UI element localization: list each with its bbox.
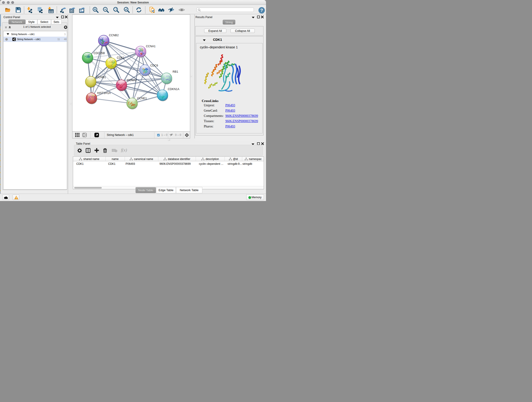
svg-text:CDKN1A: CDKN1A xyxy=(168,88,179,91)
svg-text:RB1: RB1 xyxy=(172,70,178,73)
svg-text:CDC25B: CDC25B xyxy=(94,51,105,55)
svg-text:CCNB2: CCNB2 xyxy=(109,34,119,37)
svg-text:CCNB1: CCNB1 xyxy=(96,76,106,79)
svg-text:HIST1H1A: HIST1H1A xyxy=(97,91,111,95)
svg-text:?: ? xyxy=(260,8,263,13)
svg-text:CDC6: CDC6 xyxy=(150,64,158,67)
svg-text:CCNE1: CCNE1 xyxy=(137,97,147,100)
svg-text:CCNA2: CCNA2 xyxy=(127,79,137,82)
svg-text:CCNA1: CCNA1 xyxy=(146,45,156,48)
svg-text:CDK1: CDK1 xyxy=(117,56,124,59)
